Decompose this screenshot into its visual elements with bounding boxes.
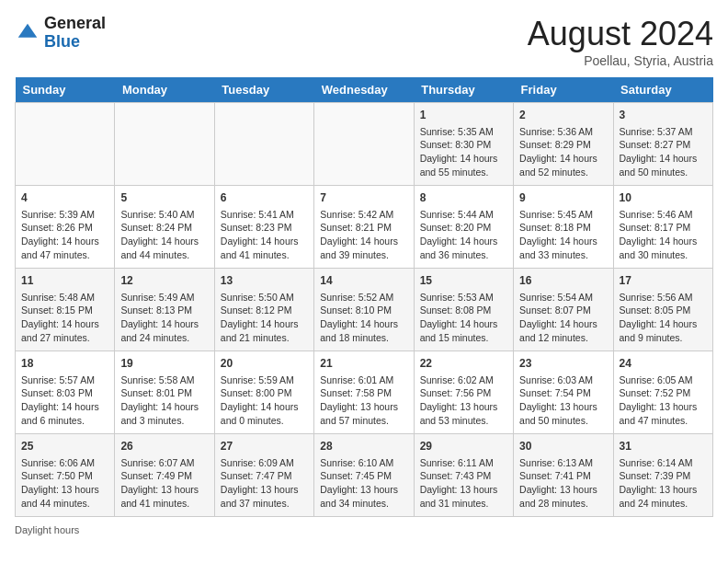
day-number: 4 bbox=[21, 190, 108, 206]
calendar-cell: 9Sunrise: 5:45 AM Sunset: 8:18 PM Daylig… bbox=[514, 186, 613, 269]
day-info: Sunrise: 5:44 AM Sunset: 8:20 PM Dayligh… bbox=[420, 208, 507, 262]
calendar-cell: 31Sunrise: 6:14 AM Sunset: 7:39 PM Dayli… bbox=[613, 434, 712, 517]
day-info: Sunrise: 5:37 AM Sunset: 8:27 PM Dayligh… bbox=[620, 125, 707, 179]
day-number: 11 bbox=[21, 273, 108, 289]
page-header: General Blue August 2024 Poellau, Styria… bbox=[15, 15, 713, 68]
day-number: 7 bbox=[320, 190, 407, 206]
calendar-cell: 3Sunrise: 5:37 AM Sunset: 8:27 PM Daylig… bbox=[613, 103, 712, 186]
header-row: SundayMondayTuesdayWednesdayThursdayFrid… bbox=[16, 77, 713, 103]
calendar-cell: 18Sunrise: 5:57 AM Sunset: 8:03 PM Dayli… bbox=[16, 351, 115, 434]
day-number: 3 bbox=[620, 108, 707, 123]
day-number: 28 bbox=[320, 439, 407, 454]
logo-blue: Blue bbox=[44, 32, 80, 51]
title-block: August 2024 Poellau, Styria, Austria bbox=[528, 15, 713, 68]
logo: General Blue bbox=[15, 15, 106, 52]
calendar-cell: 20Sunrise: 5:59 AM Sunset: 8:00 PM Dayli… bbox=[214, 351, 313, 434]
header-day-thursday: Thursday bbox=[414, 77, 513, 103]
day-info: Sunrise: 5:36 AM Sunset: 8:29 PM Dayligh… bbox=[519, 125, 607, 179]
calendar-cell bbox=[214, 103, 313, 186]
day-number: 13 bbox=[221, 273, 308, 289]
calendar-cell: 7Sunrise: 5:42 AM Sunset: 8:21 PM Daylig… bbox=[314, 186, 414, 269]
calendar-cell: 10Sunrise: 5:46 AM Sunset: 8:17 PM Dayli… bbox=[613, 186, 712, 269]
calendar-week-2: 4Sunrise: 5:39 AM Sunset: 8:26 PM Daylig… bbox=[16, 186, 713, 269]
day-number: 10 bbox=[620, 190, 707, 206]
day-info: Sunrise: 5:53 AM Sunset: 8:08 PM Dayligh… bbox=[420, 291, 507, 345]
calendar-cell bbox=[16, 103, 115, 186]
day-info: Sunrise: 6:06 AM Sunset: 7:50 PM Dayligh… bbox=[21, 456, 108, 511]
day-number: 30 bbox=[519, 439, 607, 454]
day-number: 25 bbox=[21, 439, 108, 454]
day-info: Sunrise: 5:39 AM Sunset: 8:26 PM Dayligh… bbox=[21, 208, 108, 262]
day-info: Sunrise: 5:58 AM Sunset: 8:01 PM Dayligh… bbox=[120, 373, 208, 428]
calendar-week-5: 25Sunrise: 6:06 AM Sunset: 7:50 PM Dayli… bbox=[16, 434, 713, 517]
logo-text: General Blue bbox=[44, 15, 106, 52]
logo-icon bbox=[15, 20, 40, 46]
day-info: Sunrise: 6:01 AM Sunset: 7:58 PM Dayligh… bbox=[320, 373, 407, 428]
calendar-week-4: 18Sunrise: 5:57 AM Sunset: 8:03 PM Dayli… bbox=[16, 351, 713, 434]
calendar-cell: 28Sunrise: 6:10 AM Sunset: 7:45 PM Dayli… bbox=[314, 434, 414, 517]
day-info: Sunrise: 5:54 AM Sunset: 8:07 PM Dayligh… bbox=[519, 291, 607, 345]
calendar-cell: 25Sunrise: 6:06 AM Sunset: 7:50 PM Dayli… bbox=[16, 434, 115, 517]
calendar-cell: 2Sunrise: 5:36 AM Sunset: 8:29 PM Daylig… bbox=[514, 103, 613, 186]
day-number: 8 bbox=[420, 190, 507, 206]
day-info: Sunrise: 6:03 AM Sunset: 7:54 PM Dayligh… bbox=[519, 373, 607, 428]
day-info: Sunrise: 5:59 AM Sunset: 8:00 PM Dayligh… bbox=[221, 373, 308, 428]
day-number: 12 bbox=[120, 273, 208, 289]
day-info: Sunrise: 5:45 AM Sunset: 8:18 PM Dayligh… bbox=[519, 208, 607, 262]
day-info: Sunrise: 5:41 AM Sunset: 8:23 PM Dayligh… bbox=[221, 208, 308, 262]
day-number: 31 bbox=[620, 439, 707, 454]
day-info: Sunrise: 6:14 AM Sunset: 7:39 PM Dayligh… bbox=[620, 456, 707, 511]
day-number: 26 bbox=[120, 439, 208, 454]
day-info: Sunrise: 6:07 AM Sunset: 7:49 PM Dayligh… bbox=[120, 456, 208, 511]
day-number: 22 bbox=[420, 356, 507, 372]
calendar-cell: 17Sunrise: 5:56 AM Sunset: 8:05 PM Dayli… bbox=[613, 269, 712, 351]
day-info: Sunrise: 6:11 AM Sunset: 7:43 PM Dayligh… bbox=[420, 456, 507, 511]
day-number: 15 bbox=[420, 273, 507, 289]
day-number: 9 bbox=[519, 190, 607, 206]
day-number: 14 bbox=[320, 273, 407, 289]
calendar-cell: 15Sunrise: 5:53 AM Sunset: 8:08 PM Dayli… bbox=[414, 269, 513, 351]
header-day-saturday: Saturday bbox=[613, 77, 712, 103]
header-day-wednesday: Wednesday bbox=[314, 77, 414, 103]
calendar-header: SundayMondayTuesdayWednesdayThursdayFrid… bbox=[16, 77, 713, 103]
day-number: 29 bbox=[420, 439, 507, 454]
day-info: Sunrise: 5:40 AM Sunset: 8:24 PM Dayligh… bbox=[120, 208, 208, 262]
header-day-sunday: Sunday bbox=[16, 77, 115, 103]
calendar-footer: Daylight hours bbox=[15, 524, 713, 535]
day-info: Sunrise: 6:09 AM Sunset: 7:47 PM Dayligh… bbox=[221, 456, 308, 511]
day-number: 16 bbox=[519, 273, 607, 289]
day-number: 23 bbox=[519, 356, 607, 372]
calendar-week-3: 11Sunrise: 5:48 AM Sunset: 8:15 PM Dayli… bbox=[16, 269, 713, 351]
day-info: Sunrise: 5:48 AM Sunset: 8:15 PM Dayligh… bbox=[21, 291, 108, 345]
calendar-cell: 5Sunrise: 5:40 AM Sunset: 8:24 PM Daylig… bbox=[115, 186, 214, 269]
day-number: 17 bbox=[620, 273, 707, 289]
svg-marker-0 bbox=[18, 24, 38, 38]
calendar-cell: 12Sunrise: 5:49 AM Sunset: 8:13 PM Dayli… bbox=[115, 269, 214, 351]
header-day-tuesday: Tuesday bbox=[214, 77, 313, 103]
calendar-cell: 1Sunrise: 5:35 AM Sunset: 8:30 PM Daylig… bbox=[414, 103, 513, 186]
day-number: 2 bbox=[519, 108, 607, 123]
calendar-cell: 23Sunrise: 6:03 AM Sunset: 7:54 PM Dayli… bbox=[514, 351, 613, 434]
day-info: Sunrise: 6:13 AM Sunset: 7:41 PM Dayligh… bbox=[519, 456, 607, 511]
calendar-cell: 19Sunrise: 5:58 AM Sunset: 8:01 PM Dayli… bbox=[115, 351, 214, 434]
day-info: Sunrise: 5:46 AM Sunset: 8:17 PM Dayligh… bbox=[620, 208, 707, 262]
calendar-body: 1Sunrise: 5:35 AM Sunset: 8:30 PM Daylig… bbox=[16, 103, 713, 517]
day-info: Sunrise: 5:49 AM Sunset: 8:13 PM Dayligh… bbox=[120, 291, 208, 345]
header-day-friday: Friday bbox=[514, 77, 613, 103]
calendar-cell: 4Sunrise: 5:39 AM Sunset: 8:26 PM Daylig… bbox=[16, 186, 115, 269]
day-info: Sunrise: 6:02 AM Sunset: 7:56 PM Dayligh… bbox=[420, 373, 507, 428]
daylight-label: Daylight hours bbox=[15, 524, 79, 535]
calendar-cell: 29Sunrise: 6:11 AM Sunset: 7:43 PM Dayli… bbox=[414, 434, 513, 517]
day-info: Sunrise: 5:56 AM Sunset: 8:05 PM Dayligh… bbox=[620, 291, 707, 345]
calendar-cell: 26Sunrise: 6:07 AM Sunset: 7:49 PM Dayli… bbox=[115, 434, 214, 517]
header-day-monday: Monday bbox=[115, 77, 214, 103]
location-subtitle: Poellau, Styria, Austria bbox=[528, 53, 713, 68]
day-number: 6 bbox=[221, 190, 308, 206]
calendar-cell: 24Sunrise: 6:05 AM Sunset: 7:52 PM Dayli… bbox=[613, 351, 712, 434]
calendar-week-1: 1Sunrise: 5:35 AM Sunset: 8:30 PM Daylig… bbox=[16, 103, 713, 186]
day-info: Sunrise: 5:42 AM Sunset: 8:21 PM Dayligh… bbox=[320, 208, 407, 262]
logo-general: General bbox=[44, 14, 106, 32]
calendar-cell: 16Sunrise: 5:54 AM Sunset: 8:07 PM Dayli… bbox=[514, 269, 613, 351]
calendar-table: SundayMondayTuesdayWednesdayThursdayFrid… bbox=[15, 77, 713, 517]
calendar-cell: 22Sunrise: 6:02 AM Sunset: 7:56 PM Dayli… bbox=[414, 351, 513, 434]
